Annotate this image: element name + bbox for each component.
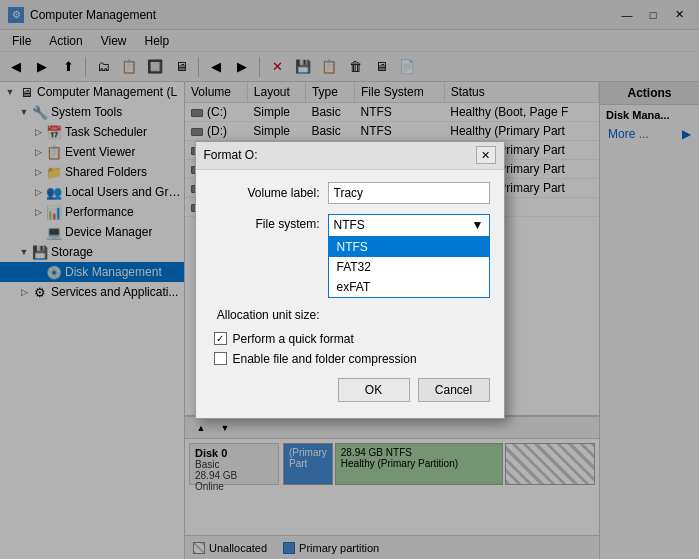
file-system-value: NTFS: [334, 218, 365, 232]
cancel-button[interactable]: Cancel: [418, 378, 490, 402]
compression-label: Enable file and folder compression: [233, 352, 417, 366]
dropdown-arrow: ▼: [472, 218, 484, 232]
alloc-value: [328, 313, 490, 317]
alloc-row: Allocation unit size:: [210, 308, 490, 322]
check-compression: Enable file and folder compression: [210, 352, 490, 366]
modal-titlebar: Format O: ✕: [196, 142, 504, 170]
modal-body: Volume label: File system: NTFS ▼ NTFS F…: [196, 170, 504, 418]
file-system-dropdown: NTFS FAT32 exFAT: [328, 236, 490, 298]
option-fat32[interactable]: FAT32: [329, 257, 489, 277]
file-system-row: File system: NTFS ▼ NTFS FAT32 exFAT: [210, 214, 490, 298]
ok-button[interactable]: OK: [338, 378, 410, 402]
check-quick-format: Perform a quick format: [210, 332, 490, 346]
file-system-select[interactable]: NTFS ▼: [328, 214, 490, 236]
volume-label-text: Volume label:: [210, 186, 320, 200]
modal-title: Format O:: [204, 148, 258, 162]
volume-label-input[interactable]: [328, 182, 490, 204]
option-exfat[interactable]: exFAT: [329, 277, 489, 297]
file-system-text: File system:: [210, 217, 320, 231]
compression-checkbox[interactable]: [214, 352, 227, 365]
option-ntfs[interactable]: NTFS: [329, 237, 489, 257]
modal-close-button[interactable]: ✕: [476, 146, 496, 164]
volume-label-row: Volume label:: [210, 182, 490, 204]
alloc-label: Allocation unit size:: [210, 308, 320, 322]
file-system-select-wrapper: NTFS ▼ NTFS FAT32 exFAT: [328, 214, 490, 298]
quick-format-checkbox[interactable]: [214, 332, 227, 345]
quick-format-label: Perform a quick format: [233, 332, 354, 346]
modal-btn-row: OK Cancel: [210, 378, 490, 406]
modal-overlay: Format O: ✕ Volume label: File system: N…: [0, 0, 699, 559]
format-dialog: Format O: ✕ Volume label: File system: N…: [195, 141, 505, 419]
